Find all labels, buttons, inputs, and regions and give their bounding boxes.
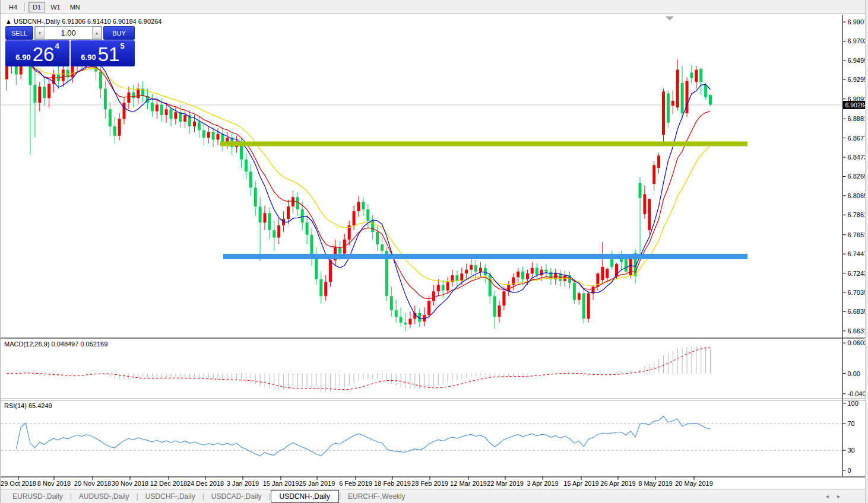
tab-usdchf-daily[interactable]: USDCHF-,Daily <box>138 491 202 502</box>
svg-text:6.97030: 6.97030 <box>848 37 866 44</box>
svg-text:0.00: 0.00 <box>848 370 860 377</box>
svg-text:6.66310: 6.66310 <box>848 327 866 335</box>
svg-text:28 Feb 2019: 28 Feb 2019 <box>411 480 448 487</box>
svg-text:0.060342: 0.060342 <box>848 339 866 346</box>
timeframe-toolbar: H4D1W1MN <box>1 0 868 14</box>
svg-text:8 May 2019: 8 May 2019 <box>638 480 672 487</box>
chart-window: 6.990706.970306.949906.929506.909106.888… <box>1 15 868 488</box>
sell-price-point: 4 <box>55 42 59 50</box>
svg-text:6.80650: 6.80650 <box>848 192 866 199</box>
svg-text:20 May 2019: 20 May 2019 <box>675 480 713 487</box>
tab-scroll-right[interactable]: ▸ <box>837 493 840 499</box>
sell-price-box[interactable]: 6.90 26 4 <box>5 40 69 66</box>
tab-scroll-arrows: ◂▸ <box>826 493 840 499</box>
timeframe-button-w1[interactable]: W1 <box>46 2 65 12</box>
svg-text:6.90264: 6.90264 <box>845 101 866 109</box>
svg-text:20 Nov 2018: 20 Nov 2018 <box>74 480 111 487</box>
svg-text:6.72430: 6.72430 <box>848 270 866 277</box>
buy-button[interactable]: BUY <box>103 26 135 40</box>
svg-text:26 Apr 2019: 26 Apr 2019 <box>600 480 635 487</box>
svg-text:15 Apr 2019: 15 Apr 2019 <box>563 480 598 487</box>
svg-text:12 Mar 2019: 12 Mar 2019 <box>450 480 487 487</box>
svg-text:6.78610: 6.78610 <box>848 211 866 218</box>
tab-scroll-left[interactable]: ◂ <box>826 493 829 499</box>
svg-text:6.92950: 6.92950 <box>848 76 866 83</box>
svg-text:8 Nov 2018: 8 Nov 2018 <box>37 480 71 487</box>
timeframe-button-h4[interactable]: H4 <box>5 2 21 12</box>
svg-text:6.74470: 6.74470 <box>848 250 866 257</box>
sell-price-pips: 26 <box>33 44 55 64</box>
svg-text:-0.040415: -0.040415 <box>848 390 866 397</box>
macd-label: MACD(12,26,9) 0.048497 0.052169 <box>4 340 107 348</box>
chart-canvas[interactable]: 6.990706.970306.949906.929506.909106.888… <box>1 15 865 488</box>
svg-text:22 Mar 2019: 22 Mar 2019 <box>487 480 524 487</box>
svg-text:12 Dec 2018: 12 Dec 2018 <box>150 480 187 487</box>
mt4-window: H4D1W1MN 6.990706.970306.949906.929506.9… <box>0 0 868 503</box>
svg-text:6 Feb 2019: 6 Feb 2019 <box>339 480 372 487</box>
volume-decrease-button[interactable]: ▾ <box>35 27 45 39</box>
svg-text:15 Jan 2019: 15 Jan 2019 <box>263 480 299 487</box>
svg-text:6.84730: 6.84730 <box>848 154 866 161</box>
svg-text:6.70390: 6.70390 <box>848 289 866 296</box>
tab-eurusd-daily[interactable]: EURUSD-,Daily <box>5 491 70 502</box>
tab-usdcnh-daily[interactable]: USDCNH-,Daily <box>271 490 339 503</box>
tab-usdcad-daily[interactable]: USDCAD-,Daily <box>204 491 269 502</box>
buy-price-point: 5 <box>120 42 124 50</box>
volume-spinner: ▾ 1.00 ▴ <box>34 26 102 40</box>
svg-text:6.94990: 6.94990 <box>848 57 866 64</box>
window-right-frame <box>865 0 868 503</box>
svg-text:6.76510: 6.76510 <box>848 231 866 238</box>
svg-text:70: 70 <box>848 420 855 427</box>
svg-text:3 Apr 2019: 3 Apr 2019 <box>527 480 558 487</box>
one-click-trading-panel: SELL ▾ 1.00 ▴ BUY 6.90 26 4 6.90 51 5 <box>5 26 135 66</box>
chart-title: ▲ USDCNH-,Daily 6.91306 6.91410 6.90184 … <box>5 18 161 25</box>
svg-text:0: 0 <box>848 467 851 474</box>
toolbar-divider <box>24 2 26 12</box>
timeframe-button-mn[interactable]: MN <box>66 2 84 12</box>
svg-text:25 Jan 2019: 25 Jan 2019 <box>299 480 335 487</box>
svg-text:18 Feb 2019: 18 Feb 2019 <box>374 480 411 487</box>
svg-text:6.99070: 6.99070 <box>848 18 866 26</box>
tab-audusd-daily[interactable]: AUDUSD-,Daily <box>72 491 137 502</box>
tab-eurchf-weekly[interactable]: EURCHF-,Weekly <box>341 491 412 502</box>
sell-price-prefix: 6.90 <box>15 53 30 62</box>
sell-button[interactable]: SELL <box>5 26 33 40</box>
rsi-label: RSI(14) 65.4249 <box>4 402 52 409</box>
buy-price-box[interactable]: 6.90 51 5 <box>71 40 135 66</box>
svg-text:100: 100 <box>848 400 859 407</box>
buy-price-pips: 51 <box>98 44 120 64</box>
volume-increase-button[interactable]: ▴ <box>92 27 102 39</box>
timeframe-button-d1[interactable]: D1 <box>28 2 45 12</box>
svg-text:6.82690: 6.82690 <box>848 173 866 180</box>
svg-text:29 Oct 2018: 29 Oct 2018 <box>1 480 36 487</box>
volume-input[interactable]: 1.00 <box>45 27 92 39</box>
svg-text:30 Nov 2018: 30 Nov 2018 <box>112 480 148 487</box>
svg-text:6.86770: 6.86770 <box>848 135 866 142</box>
svg-text:6.68350: 6.68350 <box>848 308 866 315</box>
svg-text:3 Jan 2019: 3 Jan 2019 <box>227 480 259 487</box>
chart-tab-bar: EURUSD-,Daily|AUDUSD-,Daily|USDCHF-,Dail… <box>1 489 868 503</box>
svg-text:6.88810: 6.88810 <box>848 115 866 122</box>
buy-price-prefix: 6.90 <box>81 53 96 62</box>
svg-text:30: 30 <box>848 447 855 454</box>
svg-text:24 Dec 2018: 24 Dec 2018 <box>187 480 224 487</box>
